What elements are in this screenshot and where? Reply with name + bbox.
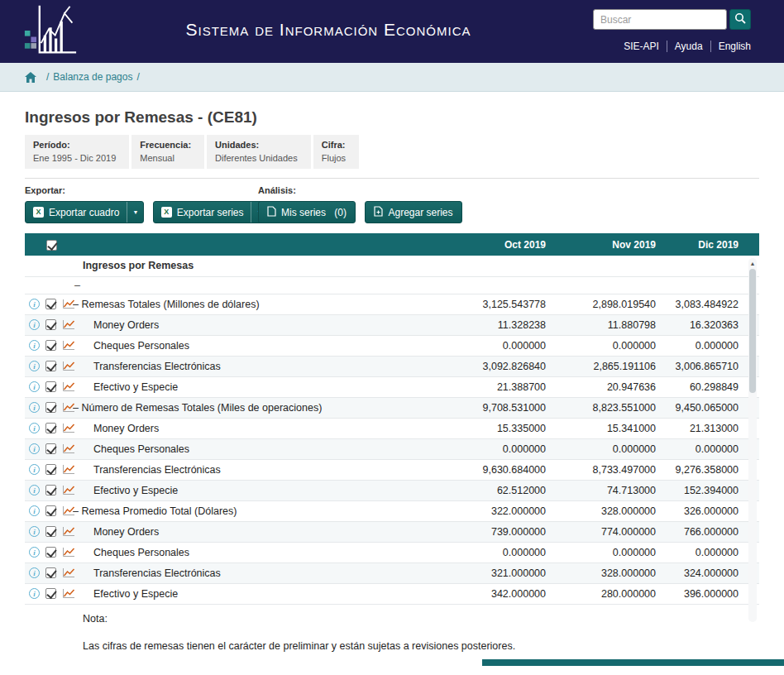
toolbar-labels: Exportar: Análisis: bbox=[25, 185, 759, 196]
link-ayuda[interactable]: Ayuda bbox=[667, 41, 710, 52]
scroll-thumb[interactable] bbox=[749, 269, 756, 393]
breadcrumb-link-balanza[interactable]: Balanza de pagos bbox=[53, 71, 132, 83]
row-checkbox[interactable] bbox=[45, 340, 56, 351]
info-icon[interactable]: i bbox=[29, 588, 40, 599]
row-checkbox[interactable] bbox=[45, 361, 56, 371]
excel-icon: X bbox=[161, 207, 172, 218]
row-checkbox[interactable] bbox=[45, 423, 56, 433]
table-row: i Efectivo y Especie 62.512000 74.713000… bbox=[25, 480, 759, 500]
export-series-button[interactable]: X Exportar series bbox=[154, 202, 251, 223]
table-row: i Cheques Personales 0.000000 0.000000 0… bbox=[25, 438, 759, 459]
my-series-button[interactable]: Mis series (0) bbox=[258, 201, 356, 223]
value-cell: 3,125.543778 bbox=[430, 294, 546, 314]
link-sie-api[interactable]: SIE-API bbox=[616, 41, 667, 52]
value-cell: 0.000000 bbox=[430, 542, 546, 562]
value-cell: 11.328238 bbox=[430, 314, 546, 335]
series-label: Efectivo y Especie bbox=[73, 381, 178, 393]
info-icon[interactable]: i bbox=[29, 381, 40, 392]
value-cell: 8,733.497000 bbox=[546, 459, 656, 480]
value-cell: 326.000000 bbox=[656, 500, 759, 521]
info-icon[interactable]: i bbox=[29, 464, 40, 475]
info-icon[interactable]: i bbox=[29, 361, 40, 371]
row-checkbox[interactable] bbox=[45, 526, 56, 537]
group-title: Ingresos por Remesas bbox=[73, 260, 194, 271]
series-label: – Remesa Promedio Total (Dólares) bbox=[73, 505, 237, 517]
info-icon[interactable]: i bbox=[29, 402, 40, 413]
row-checkbox[interactable] bbox=[45, 567, 56, 578]
add-series-label: Agregar series bbox=[388, 207, 452, 218]
row-checkbox[interactable] bbox=[45, 319, 56, 330]
value-cell: 11.880798 bbox=[546, 314, 656, 335]
row-checkbox[interactable] bbox=[45, 505, 56, 516]
export-series-label: Exportar series bbox=[177, 207, 244, 218]
value-cell: 74.713000 bbox=[546, 480, 656, 500]
value-cell: 324.000000 bbox=[656, 562, 759, 583]
row-checkbox[interactable] bbox=[45, 381, 56, 392]
table-row: i Efectivo y Especie 21.388700 20.947636… bbox=[25, 376, 759, 397]
export-table-group: X Exportar cuadro ▼ bbox=[25, 201, 144, 223]
info-icon[interactable]: i bbox=[29, 443, 40, 454]
value-cell: 739.000000 bbox=[430, 521, 546, 542]
main-content: Ingresos por Remesas - (CE81) Período: E… bbox=[0, 108, 784, 662]
value-cell: 766.000000 bbox=[656, 521, 759, 542]
info-icon[interactable]: i bbox=[29, 319, 40, 330]
value-cell: 2,898.019540 bbox=[546, 294, 656, 314]
table-row: i Transferencias Electrónicas 321.000000… bbox=[25, 562, 759, 583]
collapse-toggle[interactable]: – bbox=[73, 280, 80, 291]
document-icon bbox=[267, 206, 276, 219]
my-series-label: Mis series bbox=[281, 207, 326, 218]
banxico-sie-logo bbox=[23, 3, 78, 61]
info-icon[interactable]: i bbox=[29, 567, 40, 578]
row-checkbox[interactable] bbox=[45, 485, 56, 495]
info-icon[interactable]: i bbox=[29, 505, 40, 516]
meta-value: Mensual bbox=[140, 153, 191, 163]
value-cell: 774.000000 bbox=[546, 521, 656, 542]
info-icon[interactable]: i bbox=[29, 423, 40, 433]
row-checkbox[interactable] bbox=[45, 443, 56, 454]
info-icon[interactable]: i bbox=[29, 547, 40, 558]
data-table: Oct 2019 Nov 2019 Dic 2019 Ingresos por … bbox=[25, 233, 759, 662]
info-icon[interactable]: i bbox=[29, 485, 40, 495]
excel-icon: X bbox=[33, 207, 44, 218]
value-cell: 322.000000 bbox=[430, 500, 546, 521]
link-english[interactable]: English bbox=[710, 41, 751, 52]
value-cell: 9,630.684000 bbox=[430, 459, 546, 480]
row-checkbox[interactable] bbox=[45, 588, 56, 599]
value-cell: 0.000000 bbox=[430, 438, 546, 459]
export-table-button[interactable]: X Exportar cuadro bbox=[26, 202, 127, 223]
scroll-up-arrow[interactable]: ▲ bbox=[748, 258, 757, 268]
search-button[interactable] bbox=[729, 9, 751, 30]
info-icon[interactable]: i bbox=[29, 526, 40, 537]
column-header-nov: Nov 2019 bbox=[546, 233, 656, 256]
note-label: Nota: bbox=[73, 604, 759, 629]
column-header-oct: Oct 2019 bbox=[430, 233, 546, 256]
row-checkbox[interactable] bbox=[45, 464, 56, 475]
series-label: Cheques Personales bbox=[73, 443, 189, 455]
value-cell: 0.000000 bbox=[656, 335, 759, 356]
collapse-row: – bbox=[25, 276, 759, 294]
info-icon[interactable]: i bbox=[29, 299, 40, 309]
value-cell: 3,092.826840 bbox=[430, 356, 546, 376]
meta-cifra: Cifra: Flujos bbox=[313, 135, 359, 169]
breadcrumb: / Balanza de pagos / bbox=[0, 63, 784, 92]
page-title: Ingresos por Remesas - (CE81) bbox=[25, 108, 759, 127]
header-links: SIE-APIAyudaEnglish bbox=[616, 41, 751, 52]
select-all-checkbox[interactable] bbox=[46, 240, 57, 251]
search-input[interactable] bbox=[593, 9, 727, 30]
vertical-scrollbar[interactable]: ▲ bbox=[748, 258, 757, 622]
top-header: Sistema de Información Económica SIE-API… bbox=[0, 0, 784, 63]
table-row: i – Número de Remesas Totales (Miles de … bbox=[25, 397, 759, 418]
info-icon[interactable]: i bbox=[29, 340, 40, 351]
row-checkbox[interactable] bbox=[45, 547, 56, 558]
home-icon[interactable] bbox=[25, 72, 36, 83]
add-series-button[interactable]: Agregar series bbox=[365, 201, 461, 223]
value-cell: 0.000000 bbox=[656, 438, 759, 459]
export-table-dropdown-button[interactable]: ▼ bbox=[127, 202, 143, 223]
table-group-row: Ingresos por Remesas bbox=[25, 256, 759, 276]
row-checkbox[interactable] bbox=[45, 402, 56, 413]
series-label: Efectivo y Especie bbox=[73, 485, 178, 496]
meta-unidades: Unidades: Diferentes Unidades bbox=[207, 135, 311, 169]
row-checkbox[interactable] bbox=[45, 299, 56, 309]
note-text: Las cifras de remesas tienen el carácter… bbox=[73, 629, 759, 662]
value-cell: 21.388700 bbox=[430, 376, 546, 397]
